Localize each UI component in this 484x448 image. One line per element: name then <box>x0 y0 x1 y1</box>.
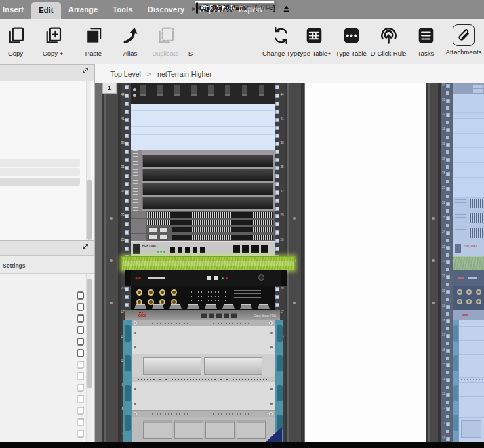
paste-icon <box>75 23 112 47</box>
settings-title: Settings <box>3 262 26 269</box>
change-type-icon <box>262 23 299 47</box>
tab-arrange[interactable]: Arrange <box>61 0 106 19</box>
panel-header-settings <box>0 240 94 256</box>
settings-row: – <box>0 405 84 415</box>
toolbar-item-label: Attachments <box>443 48 484 56</box>
panel-header-top <box>0 64 94 81</box>
settings-row: – <box>0 313 84 323</box>
table-grid-icon <box>296 23 332 47</box>
panel-list-section <box>0 81 94 240</box>
settings-checkbox[interactable] <box>77 327 84 333</box>
settings-checkbox[interactable] <box>77 338 84 345</box>
settings-checkbox[interactable] <box>77 373 84 380</box>
tab-insert[interactable]: Insert <box>0 0 31 19</box>
breadcrumb-separator-icon: > <box>147 70 151 78</box>
toolbar-item-paste[interactable]: Paste <box>75 23 112 57</box>
scrollbar-thumb[interactable] <box>87 279 92 388</box>
panel-scrollbar-bottom[interactable] <box>86 274 91 442</box>
toolbar-item-label: Type Table+ <box>296 49 332 57</box>
expand-panel-icon[interactable] <box>83 68 89 75</box>
settings-checkbox[interactable] <box>77 292 84 299</box>
settings-row: – <box>0 428 84 439</box>
toolbar-item-copy[interactable]: Copy <box>0 23 34 57</box>
toolbar-item-label: S <box>172 49 209 57</box>
eject-icon[interactable] <box>282 5 291 14</box>
edit-ribbon-toolbar: CopyCopy +PasteAliasDuplicateSChange Typ… <box>0 19 484 64</box>
settings-checkbox[interactable] <box>77 350 84 357</box>
settings-row: – <box>0 394 84 404</box>
submenu-arrow-icon: ▶ <box>192 6 195 11</box>
toolbar-item-copy[interactable]: Copy + <box>35 23 71 57</box>
tab-tools[interactable]: Tools <box>105 0 140 19</box>
toolbar-item-s[interactable]: S <box>172 23 209 57</box>
toolbar-item-alias[interactable]: Alias <box>112 23 148 57</box>
settings-section-bar: Settings <box>0 256 94 274</box>
breadcrumb-top-level[interactable]: Top Level <box>110 70 141 78</box>
netterrain-app: 4441383532292623201714118524441383532292… <box>0 0 484 448</box>
settings-row: – <box>0 382 84 392</box>
paperclip-icon <box>453 24 475 46</box>
tasks-icon <box>407 23 444 47</box>
toolbar-item-label: Paste <box>75 49 112 57</box>
context-menu: DeleteConnections▶CutCopy / Connect to [… <box>195 1 275 4</box>
alias-icon <box>112 23 148 47</box>
settings-checkbox[interactable] <box>77 361 84 368</box>
settings-row: – <box>0 417 84 427</box>
page-number-label: 1 <box>102 83 117 94</box>
tab-edit[interactable]: Edit <box>31 2 61 19</box>
scrollbar-thumb[interactable] <box>87 180 92 240</box>
settings-row: – <box>0 359 84 369</box>
toolbar-item-d-click-rule[interactable]: D-Click Rule <box>370 23 407 57</box>
copy-icon <box>0 23 34 47</box>
toolbar-item-label: Copy + <box>35 49 71 57</box>
toolbar-item-type-table[interactable]: Type Table <box>333 23 369 57</box>
list-item[interactable] <box>0 159 80 167</box>
toolbar-item-label: D-Click Rule <box>370 49 407 57</box>
tab-discovery[interactable]: Discovery <box>140 0 192 19</box>
settings-form: ––––horAllObjects(24000000–teAuthorEmail… <box>0 274 94 442</box>
settings-row: teAuthorEmail(2400000(– <box>0 348 84 358</box>
toolbar-icon <box>172 23 209 47</box>
canvas-empty-area <box>305 83 426 442</box>
copy-plus-icon <box>35 23 71 47</box>
toolbar-item-type-table[interactable]: Type Table+ <box>296 23 332 57</box>
dclick-icon <box>370 23 407 47</box>
menu-item-label: Custom Actions <box>198 4 247 12</box>
settings-row: horAllObjects(24000000– <box>0 336 84 346</box>
toolbar-item-tasks[interactable]: Tasks <box>407 23 444 57</box>
breadcrumb-current-diagram: netTerrain Higher <box>157 70 212 78</box>
settings-checkbox[interactable] <box>77 384 84 391</box>
toolbar-item-label: Tasks <box>407 49 444 57</box>
menu-item-custom-actions[interactable]: Custom Actions▶ <box>195 2 198 14</box>
settings-checkbox[interactable] <box>77 430 84 437</box>
settings-row: – <box>0 290 84 300</box>
toolbar-item-label: Copy <box>0 49 34 57</box>
expand-panel-icon[interactable] <box>83 243 89 250</box>
toolbar-item-label: Change Type <box>262 49 299 57</box>
panel-divider <box>94 64 95 442</box>
bottom-bar <box>0 442 484 448</box>
settings-checkbox[interactable] <box>77 396 84 403</box>
table-dots-icon <box>333 23 369 47</box>
toolbar-item-change-type[interactable]: Change Type <box>262 23 299 57</box>
panel-scrollbar-top[interactable] <box>86 81 91 240</box>
settings-row: – <box>0 325 84 335</box>
settings-row: – <box>0 371 84 381</box>
list-item[interactable] <box>0 168 80 176</box>
breadcrumb: Top Level > netTerrain Higher <box>95 64 484 83</box>
settings-checkbox[interactable] <box>77 304 84 310</box>
settings-checkbox[interactable] <box>77 419 84 426</box>
list-item[interactable] <box>0 178 80 186</box>
toolbar-item-label: Type Table <box>333 49 369 57</box>
toolbar-item-attachments[interactable]: Attachments <box>443 23 484 56</box>
toolbar-item-label: Alias <box>112 49 148 57</box>
settings-checkbox[interactable] <box>77 407 84 414</box>
settings-row: – <box>0 302 84 312</box>
settings-checkbox[interactable] <box>77 315 84 322</box>
